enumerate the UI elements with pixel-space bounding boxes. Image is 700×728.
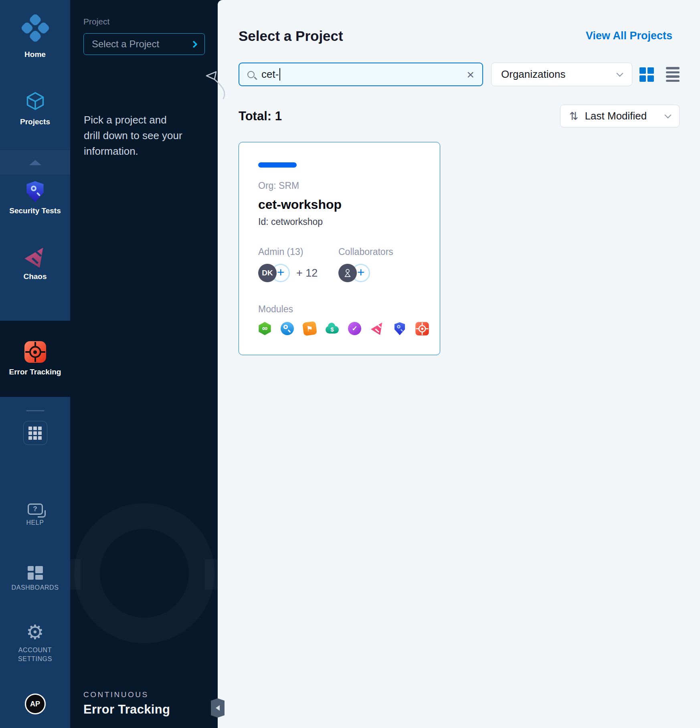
list-view-toggle[interactable] bbox=[666, 67, 680, 82]
organizations-dropdown[interactable]: Organizations bbox=[491, 63, 632, 86]
person-icon bbox=[343, 268, 352, 278]
gear-icon bbox=[26, 622, 44, 642]
harness-logo-icon bbox=[24, 12, 47, 46]
text-caret bbox=[279, 68, 280, 81]
collaborators-column: Collaborators + bbox=[338, 247, 393, 282]
brand-kicker: CONTINUOUS bbox=[83, 690, 170, 699]
organizations-dropdown-value: Organizations bbox=[501, 68, 565, 81]
sort-dropdown[interactable]: Last Modified bbox=[560, 105, 680, 127]
admin-label: Admin (13) bbox=[258, 247, 338, 257]
project-hint-text: Pick a project and drill down to see you… bbox=[84, 112, 184, 159]
service-reliability-icon bbox=[281, 322, 294, 335]
chevron-up-icon bbox=[29, 160, 41, 165]
modules-label: Modules bbox=[258, 304, 421, 315]
brand-title: Error Tracking bbox=[83, 702, 170, 717]
project-selector-dropdown[interactable]: Select a Project bbox=[83, 33, 205, 55]
module-switcher-button[interactable] bbox=[23, 421, 47, 445]
sort-arrows-icon bbox=[569, 110, 579, 123]
sort-dropdown-value: Last Modified bbox=[585, 110, 647, 122]
sidebar-item-dashboards[interactable]: DASHBOARDS bbox=[0, 566, 70, 592]
page-title: Select a Project bbox=[239, 28, 343, 44]
sidebar-item-label: Security Tests bbox=[9, 206, 61, 215]
card-project-name: cet-workshop bbox=[258, 197, 421, 212]
sidebar-item-home[interactable]: Home bbox=[0, 12, 70, 59]
sidebar-divider bbox=[26, 410, 45, 411]
sidebar-item-projects[interactable]: Projects bbox=[0, 91, 70, 126]
sidebar-item-label: ACCOUNT SETTINGS bbox=[8, 646, 62, 663]
help-chat-icon bbox=[28, 504, 43, 515]
grid-dots-icon bbox=[28, 427, 42, 440]
project-section-label: Project bbox=[83, 17, 109, 26]
sidebar-item-help[interactable]: HELP bbox=[0, 504, 70, 527]
sidebar-item-label: Projects bbox=[20, 117, 50, 126]
main-content: Select a Project View All Projects cet- … bbox=[218, 0, 700, 728]
clear-search-button[interactable]: × bbox=[467, 68, 474, 81]
error-tracking-icon bbox=[415, 322, 429, 335]
page-header: Select a Project View All Projects bbox=[239, 28, 680, 44]
security-tests-shield-icon bbox=[26, 181, 45, 202]
hand-drawn-arrow-illustration bbox=[198, 67, 228, 103]
results-row: Total: 1 Last Modified bbox=[239, 105, 680, 127]
view-toggles bbox=[639, 67, 680, 82]
chevron-left-icon bbox=[216, 705, 220, 711]
feature-flags-icon bbox=[303, 322, 316, 335]
user-avatar[interactable]: AP bbox=[25, 694, 46, 714]
chevron-right-icon bbox=[190, 40, 197, 48]
card-project-id: Id: cetworkshop bbox=[258, 216, 421, 227]
grid-view-toggle[interactable] bbox=[639, 67, 654, 82]
dashboards-tiles-icon bbox=[28, 566, 43, 580]
card-people-row: Admin (13) DK + + 12 Collaborators bbox=[258, 247, 421, 282]
admin-column: Admin (13) DK + + 12 bbox=[258, 247, 338, 282]
toolbar: cet- × Organizations bbox=[239, 63, 680, 86]
sidebar-item-account-settings[interactable]: ACCOUNT SETTINGS bbox=[0, 622, 70, 663]
collaborators-label: Collaborators bbox=[338, 247, 393, 257]
sidebar-item-label: Home bbox=[24, 50, 46, 59]
search-value: cet- bbox=[261, 68, 279, 81]
project-card[interactable]: Org: SRM cet-workshop Id: cetworkshop Ad… bbox=[239, 142, 440, 355]
chevron-down-icon bbox=[665, 111, 672, 118]
ci-pipelines-icon bbox=[258, 322, 271, 335]
chevron-down-icon bbox=[617, 70, 623, 77]
sidebar-item-label: DASHBOARDS bbox=[11, 583, 59, 592]
projects-cube-icon bbox=[25, 91, 46, 113]
sidebar-item-security-tests[interactable]: Security Tests bbox=[0, 181, 70, 215]
chaos-engineering-icon bbox=[370, 322, 384, 335]
card-org: Org: SRM bbox=[258, 180, 421, 191]
total-count: Total: 1 bbox=[239, 109, 282, 123]
panel-collapse-button[interactable] bbox=[211, 698, 225, 718]
project-color-pill bbox=[258, 162, 297, 168]
sidebar-item-label: Error Tracking bbox=[9, 368, 61, 376]
main-sidebar: Home Projects Security Tests Chaos bbox=[0, 0, 70, 728]
view-all-projects-link[interactable]: View All Projects bbox=[586, 30, 672, 42]
collapse-modules-button[interactable] bbox=[0, 150, 70, 175]
srm-check-icon bbox=[348, 322, 361, 335]
module-branding: CONTINUOUS Error Tracking bbox=[83, 690, 170, 717]
chaos-triangle-icon bbox=[25, 248, 46, 268]
collaborator-avatar[interactable] bbox=[338, 264, 357, 282]
search-input[interactable]: cet- × bbox=[239, 63, 483, 86]
admin-avatar[interactable]: DK bbox=[258, 264, 277, 282]
security-tests-icon bbox=[393, 322, 406, 335]
sidebar-item-label: HELP bbox=[26, 518, 44, 527]
error-tracking-target-icon bbox=[24, 341, 46, 363]
sidebar-item-error-tracking[interactable]: Error Tracking bbox=[0, 321, 70, 397]
project-panel: Project Select a Project Pick a project … bbox=[70, 0, 218, 728]
sidebar-item-chaos[interactable]: Chaos bbox=[0, 248, 70, 281]
modules-row: $ bbox=[258, 322, 421, 335]
sidebar-item-label: Chaos bbox=[23, 272, 47, 281]
project-selector-value: Select a Project bbox=[92, 38, 159, 50]
search-icon bbox=[247, 71, 255, 78]
admin-overflow-count: + 12 bbox=[296, 267, 318, 279]
cloud-costs-icon: $ bbox=[326, 322, 339, 335]
